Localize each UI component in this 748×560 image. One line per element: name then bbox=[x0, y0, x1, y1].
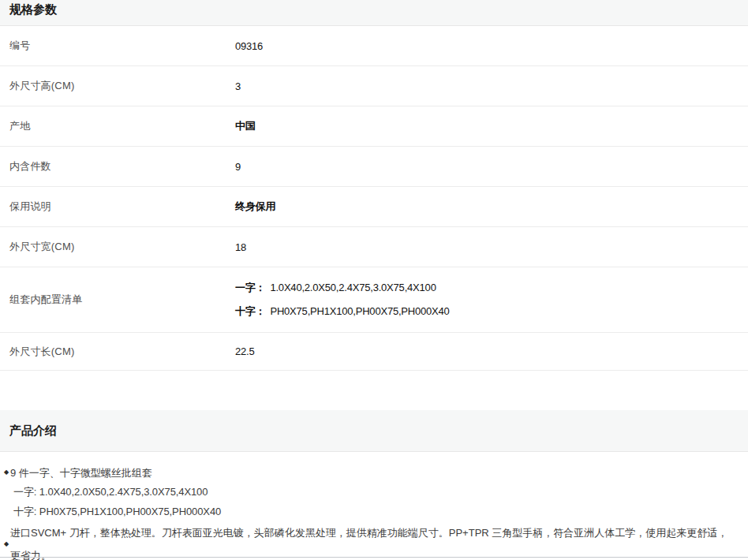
intro-section-header: 产品介绍 bbox=[0, 410, 748, 452]
config-line-value: PH0X75,PH1X100,PH00X75,PH000X40 bbox=[270, 305, 449, 317]
intro-sub-line-slotted: 一字: 1.0X40,2.0X50,2.4X75,3.0X75,4X100 bbox=[0, 482, 748, 502]
spec-row-value: 9 bbox=[235, 161, 241, 173]
spec-row-label: 外尺寸高(CM) bbox=[0, 79, 235, 93]
intro-item-material: ◆ 进口SVCM+ 刀杆，整体热处理。刀杆表面亚光电镀，头部磷化发黑处理，提供精… bbox=[0, 521, 748, 560]
intro-content: ◆ 9 件一字、十字微型螺丝批组套 一字: 1.0X40,2.0X50,2.4X… bbox=[0, 452, 748, 560]
config-line-slotted: 一字：1.0X40,2.0X50,2.4X75,3.0X75,4X100 bbox=[235, 276, 450, 300]
spec-row-label: 组套内配置清单 bbox=[0, 293, 235, 307]
spec-row-value: 中国 bbox=[235, 119, 256, 133]
spec-row-label: 产地 bbox=[0, 119, 235, 133]
config-line-phillips: 十字：PH0X75,PH1X100,PH00X75,PH000X40 bbox=[235, 300, 450, 323]
spec-row-value: 09316 bbox=[235, 40, 263, 52]
config-line-value: 1.0X40,2.0X50,2.4X75,3.0X75,4X100 bbox=[270, 282, 436, 293]
spec-row-label: 外尺寸长(CM) bbox=[0, 345, 235, 359]
bottom-divider bbox=[0, 557, 748, 558]
spec-row-outer-width: 外尺寸宽(CM) 18 bbox=[0, 227, 748, 267]
spec-row-warranty: 保用说明 终身保用 bbox=[0, 187, 748, 227]
config-line-prefix: 十字： bbox=[235, 305, 265, 317]
spec-row-label: 保用说明 bbox=[0, 200, 235, 214]
spec-section-title: 规格参数 bbox=[9, 2, 57, 17]
diamond-bullet-icon: ◆ bbox=[4, 464, 10, 481]
spec-row-value: 3 bbox=[235, 80, 241, 92]
spec-row-label: 内含件数 bbox=[0, 159, 235, 174]
spec-section-header: 规格参数 bbox=[0, 0, 748, 26]
spec-row-label: 外尺寸宽(CM) bbox=[0, 240, 235, 254]
intro-sub-line-phillips: 十字: PH0X75,PH1X100,PH00X75,PH000X40 bbox=[0, 502, 748, 521]
spec-row-value: 终身保用 bbox=[235, 200, 275, 214]
section-gap bbox=[0, 371, 748, 410]
spec-row-origin: 产地 中国 bbox=[0, 106, 748, 147]
diamond-bullet-icon: ◆ bbox=[4, 532, 10, 555]
intro-item-text: 9 件一字、十字微型螺丝批组套 bbox=[10, 465, 737, 482]
spec-row-label: 编号 bbox=[0, 39, 235, 53]
intro-item-set-name: ◆ 9 件一字、十字微型螺丝批组套 bbox=[0, 465, 748, 482]
config-line-prefix: 一字： bbox=[235, 282, 265, 293]
spec-row-item-number: 编号 09316 bbox=[0, 26, 748, 66]
spec-row-value: 22.5 bbox=[235, 345, 255, 357]
spec-row-outer-height: 外尺寸高(CM) 3 bbox=[0, 66, 748, 106]
spec-row-value: 一字：1.0X40,2.0X50,2.4X75,3.0X75,4X100 十字：… bbox=[235, 276, 450, 323]
spec-row-config-list: 组套内配置清单 一字：1.0X40,2.0X50,2.4X75,3.0X75,4… bbox=[0, 267, 748, 333]
spec-row-piece-count: 内含件数 9 bbox=[0, 147, 748, 187]
intro-section-title: 产品介绍 bbox=[9, 424, 57, 439]
spec-row-outer-length: 外尺寸长(CM) 22.5 bbox=[0, 333, 748, 371]
intro-item-text: 进口SVCM+ 刀杆，整体热处理。刀杆表面亚光电镀，头部磷化发黑处理，提供精准功… bbox=[10, 521, 737, 560]
spec-table: 编号 09316 外尺寸高(CM) 3 产地 中国 内含件数 9 保用说明 终身… bbox=[0, 26, 748, 371]
spec-row-value: 18 bbox=[235, 241, 246, 253]
product-detail-page: 规格参数 编号 09316 外尺寸高(CM) 3 产地 中国 内含件数 9 保用… bbox=[0, 0, 748, 560]
